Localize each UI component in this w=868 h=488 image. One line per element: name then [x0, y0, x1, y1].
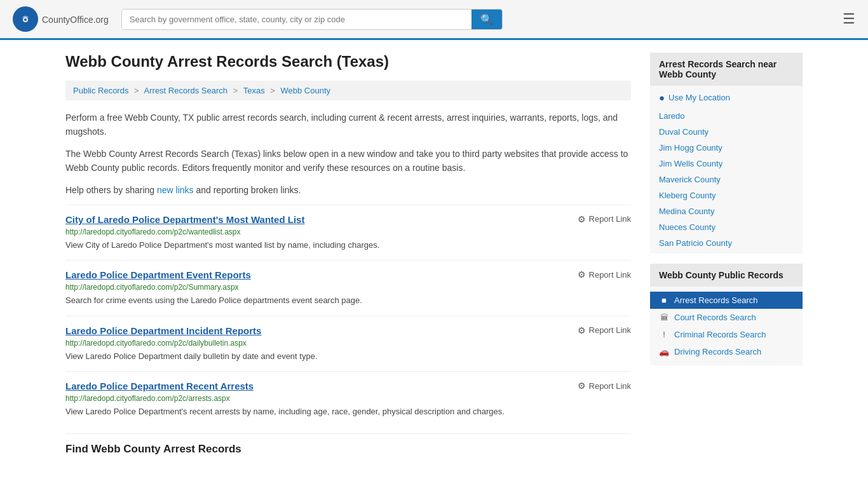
breadcrumb-link-public-records[interactable]: Public Records — [73, 86, 128, 95]
hamburger-icon: ☰ — [843, 11, 855, 27]
sidebar: Arrest Records Search near Webb County ●… — [650, 53, 803, 456]
sidebar-link-criminal-records[interactable]: ! Criminal Records Search — [650, 326, 803, 343]
breadcrumb-sep-3: > — [270, 86, 275, 95]
page-title: Webb County Arrest Records Search (Texas… — [65, 53, 631, 71]
record-url[interactable]: http://laredopd.cityoflaredo.com/p2c/arr… — [65, 394, 631, 403]
report-link-button[interactable]: ⚙ Report Link — [578, 214, 631, 224]
records-list: City of Laredo Police Department's Most … — [65, 205, 631, 427]
logo-name: CountyOffice — [42, 15, 93, 25]
breadcrumb-link-webb-county[interactable]: Webb County — [280, 86, 330, 95]
arrest-records-icon: ■ — [659, 295, 669, 305]
new-links-link[interactable]: new links — [157, 185, 194, 195]
search-bar: 🔍 — [121, 9, 503, 30]
report-link-button[interactable]: ⚙ Report Link — [578, 269, 631, 280]
record-url[interactable]: http://laredopd.cityoflaredo.com/p2c/dai… — [65, 339, 631, 348]
record-item: Laredo Police Department Recent Arrests … — [65, 371, 631, 427]
use-location-link[interactable]: Use My Location — [668, 93, 730, 102]
nearby-county-jim-hogg[interactable]: Jim Hogg County — [650, 140, 803, 156]
record-url[interactable]: http://laredopd.cityoflaredo.com/p2c/wan… — [65, 227, 631, 236]
breadcrumb-sep-2: > — [233, 86, 238, 95]
record-item: City of Laredo Police Department's Most … — [65, 205, 631, 261]
court-records-icon: 🏛 — [659, 313, 669, 322]
logo-icon — [13, 6, 38, 32]
driving-records-icon: 🚗 — [659, 347, 669, 356]
search-input[interactable] — [122, 10, 471, 29]
content-area: Webb County Arrest Records Search (Texas… — [65, 53, 631, 456]
report-link-button[interactable]: ⚙ Report Link — [578, 325, 631, 336]
logo[interactable]: CountyOffice.org — [13, 6, 109, 32]
report-label: Report Link — [589, 270, 631, 280]
nearby-counties-list: Laredo Duval County Jim Hogg County Jim … — [650, 105, 803, 254]
criminal-records-icon: ! — [659, 330, 669, 339]
report-label: Report Link — [589, 214, 631, 224]
description-2: The Webb County Arrest Records Search (T… — [65, 147, 631, 175]
breadcrumb: Public Records > Arrest Records Search >… — [65, 81, 631, 100]
nearby-section: Arrest Records Search near Webb County ●… — [650, 53, 803, 254]
search-button[interactable]: 🔍 — [471, 10, 502, 29]
svg-point-2 — [24, 18, 27, 21]
report-icon: ⚙ — [578, 214, 586, 224]
find-section-heading: Find Webb County Arrest Records — [65, 433, 631, 456]
main-layout: Webb County Arrest Records Search (Texas… — [53, 40, 815, 468]
record-desc: View Laredo Police Department daily bull… — [65, 350, 631, 363]
nearby-county-duval[interactable]: Duval County — [650, 124, 803, 140]
use-location-row[interactable]: ● Use My Location — [650, 86, 803, 105]
record-item: Laredo Police Department Incident Report… — [65, 316, 631, 372]
nearby-county-maverick[interactable]: Maverick County — [650, 172, 803, 187]
arrest-records-label: Arrest Records Search — [674, 295, 758, 305]
nearby-county-jim-wells[interactable]: Jim Wells County — [650, 156, 803, 172]
record-title[interactable]: City of Laredo Police Department's Most … — [65, 214, 304, 225]
description-1: Perform a free Webb County, TX public ar… — [65, 111, 631, 139]
criminal-records-label: Criminal Records Search — [674, 330, 766, 339]
report-link-button[interactable]: ⚙ Report Link — [578, 381, 631, 391]
breadcrumb-link-arrest-records[interactable]: Arrest Records Search — [144, 86, 228, 95]
sidebar-link-arrest-records[interactable]: ■ Arrest Records Search — [650, 292, 803, 309]
public-records-header: Webb County Public Records — [650, 264, 803, 287]
driving-records-label: Driving Records Search — [674, 347, 761, 356]
desc3-suffix: and reporting broken links. — [194, 185, 301, 195]
logo-text: CountyOffice.org — [42, 13, 109, 26]
public-records-section: Webb County Public Records ■ Arrest Reco… — [650, 264, 803, 365]
breadcrumb-sep-1: > — [134, 86, 139, 95]
logo-suffix: .org — [93, 15, 109, 25]
nearby-county-nueces[interactable]: Nueces County — [650, 219, 803, 235]
record-title[interactable]: Laredo Police Department Recent Arrests — [65, 381, 254, 391]
nearby-section-header: Arrest Records Search near Webb County — [650, 53, 803, 86]
description-3: Help others by sharing new links and rep… — [65, 183, 631, 197]
nearby-county-san-patricio[interactable]: San Patricio County — [650, 235, 803, 251]
sidebar-link-driving-records[interactable]: 🚗 Driving Records Search — [650, 343, 803, 360]
location-pin-icon: ● — [659, 92, 665, 103]
search-icon: 🔍 — [480, 14, 493, 25]
record-desc: View City of Laredo Police Department's … — [65, 239, 631, 252]
record-item: Laredo Police Department Event Reports ⚙… — [65, 260, 631, 316]
desc3-prefix: Help others by sharing — [65, 185, 157, 195]
court-records-label: Court Records Search — [674, 313, 756, 322]
report-icon: ⚙ — [578, 381, 586, 391]
report-icon: ⚙ — [578, 325, 586, 336]
record-desc: Search for crime events using the Laredo… — [65, 294, 631, 307]
record-desc: View Laredo Police Department's recent a… — [65, 405, 631, 418]
nearby-county-laredo[interactable]: Laredo — [650, 108, 803, 124]
record-title[interactable]: Laredo Police Department Event Reports — [65, 269, 251, 280]
header: CountyOffice.org 🔍 ☰ — [0, 0, 868, 40]
nearby-county-kleberg[interactable]: Kleberg County — [650, 187, 803, 203]
nearby-county-medina[interactable]: Medina County — [650, 203, 803, 219]
sidebar-link-court-records[interactable]: 🏛 Court Records Search — [650, 309, 803, 326]
report-label: Report Link — [589, 325, 631, 335]
report-icon: ⚙ — [578, 269, 586, 280]
public-records-links: ■ Arrest Records Search 🏛 Court Records … — [650, 287, 803, 365]
report-label: Report Link — [589, 381, 631, 391]
breadcrumb-link-texas[interactable]: Texas — [243, 86, 265, 95]
menu-button[interactable]: ☰ — [843, 11, 855, 27]
record-url[interactable]: http://laredopd.cityoflaredo.com/p2c/Sum… — [65, 283, 631, 292]
record-title[interactable]: Laredo Police Department Incident Report… — [65, 325, 261, 336]
